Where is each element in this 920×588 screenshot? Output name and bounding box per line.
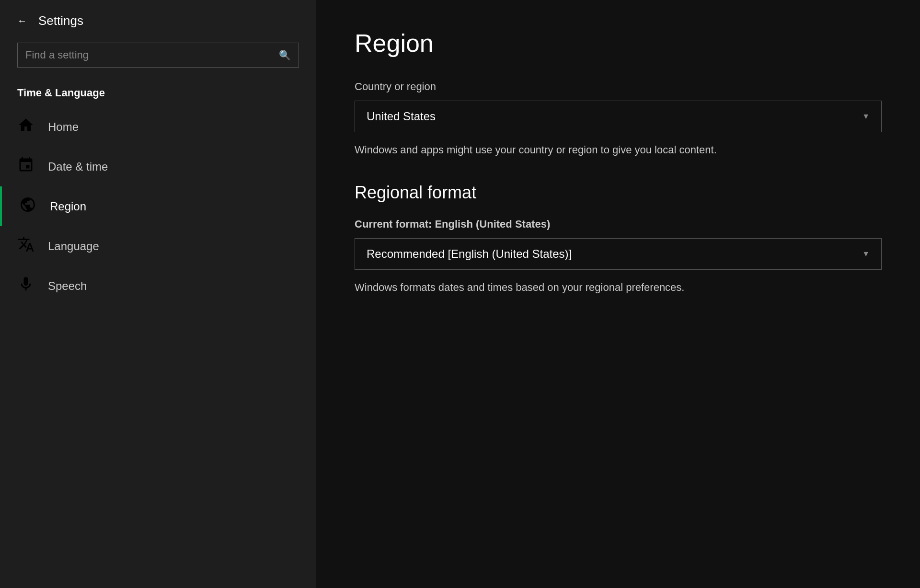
sidebar-item-speech[interactable]: Speech: [0, 266, 316, 306]
home-label: Home: [48, 120, 79, 134]
region-icon: [19, 196, 36, 217]
sidebar-item-date-time[interactable]: Date & time: [0, 147, 316, 186]
format-helper-text: Windows formats dates and times based on…: [355, 279, 882, 295]
speech-label: Speech: [48, 279, 87, 293]
region-label: Region: [50, 200, 86, 213]
regional-format-section: Regional format Current format: English …: [355, 183, 882, 295]
country-section: Country or region United States ▼ Window…: [355, 81, 882, 158]
search-container: 🔍: [0, 38, 316, 77]
country-label: Country or region: [355, 81, 882, 93]
date-time-label: Date & time: [48, 160, 108, 173]
sidebar-item-home[interactable]: Home: [0, 107, 316, 147]
home-icon: [17, 116, 34, 137]
chevron-down-icon: ▼: [862, 112, 870, 121]
format-dropdown[interactable]: Recommended [English (United States)] ▼: [355, 238, 882, 270]
back-button[interactable]: ←: [17, 15, 27, 26]
page-title: Region: [355, 29, 882, 58]
current-format-label: Current format: English (United States): [355, 218, 882, 231]
country-helper-text: Windows and apps might use your country …: [355, 142, 882, 158]
sidebar: ← Settings 🔍 Time & Language Home Date &…: [0, 0, 316, 588]
lang-icon: [17, 236, 34, 256]
format-value: Recommended [English (United States)]: [367, 247, 572, 261]
search-icon: 🔍: [279, 49, 291, 61]
search-input[interactable]: [25, 49, 279, 61]
country-value: United States: [367, 110, 436, 123]
search-box[interactable]: 🔍: [17, 43, 299, 68]
date-icon: [17, 156, 34, 177]
language-label: Language: [48, 240, 99, 253]
sidebar-item-language[interactable]: Language: [0, 226, 316, 266]
speech-icon: [17, 276, 34, 296]
chevron-down-icon-2: ▼: [862, 250, 870, 258]
sidebar-item-region[interactable]: Region: [0, 186, 316, 226]
main-content: Region Country or region United States ▼…: [316, 0, 920, 588]
sidebar-header: ← Settings: [0, 0, 316, 38]
country-dropdown[interactable]: United States ▼: [355, 101, 882, 132]
section-label: Time & Language: [0, 77, 316, 107]
sidebar-title: Settings: [38, 13, 83, 28]
regional-format-title: Regional format: [355, 183, 882, 203]
